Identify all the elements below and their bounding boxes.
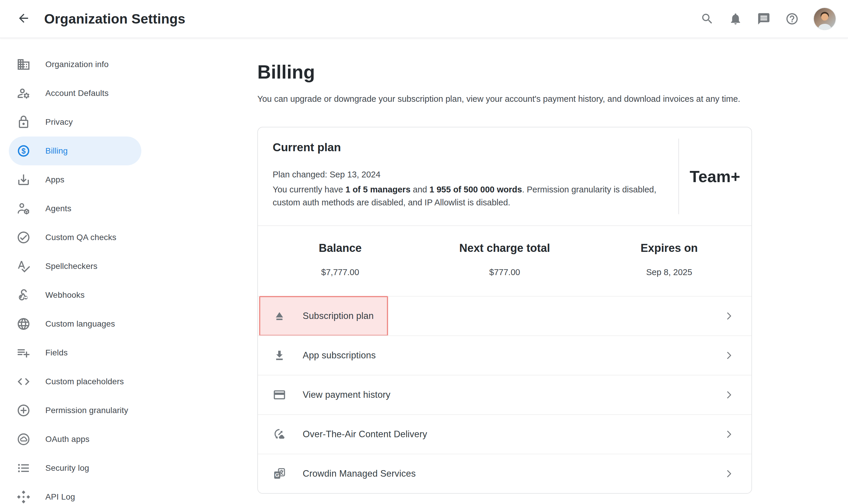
sidebar-item-label: Privacy [45,118,73,127]
diamonds-icon [17,490,31,504]
current-plan-heading: Current plan [273,141,665,154]
user-avatar[interactable] [813,7,836,30]
sidebar-item-label: Custom placeholders [45,377,124,386]
chevron-right-icon [723,349,735,361]
current-plan-section: Current plan Plan changed: Sep 13, 2024 … [258,127,751,226]
billing-row-label: View payment history [303,390,391,400]
svg-text:G: G [275,472,279,478]
settings-sidebar: Organization infoAccount DefaultsPrivacy… [0,38,150,504]
ota-sync-icon [273,428,286,441]
billing-row-app-subscriptions[interactable]: App subscriptions [258,336,751,375]
sidebar-item-label: Security log [45,463,89,473]
stat-next-charge: Next charge total $777.00 [422,242,587,277]
sidebar-item-privacy[interactable]: Privacy [9,108,141,137]
page-title: Billing [257,61,752,83]
sidebar-item-label: Agents [45,204,71,213]
billing-row-label: Over-The-Air Content Delivery [303,429,427,439]
chevron-right-icon [723,428,735,440]
download-tray-icon [17,173,31,187]
billing-row-over-the-air-content-delivery[interactable]: Over-The-Air Content Delivery [258,414,751,454]
sidebar-item-apps[interactable]: Apps [9,165,141,194]
user-gear-icon [17,86,31,100]
header-actions [700,7,836,30]
billing-page: Billing You can upgrade or downgrade you… [150,38,752,504]
sidebar-item-spellcheckers[interactable]: Spellcheckers [9,252,141,281]
sidebar-item-label: Webhooks [45,290,85,300]
sidebar-item-oauth-apps[interactable]: OAuth apps [9,425,141,454]
dollar-circle-icon: $ [17,144,31,158]
arrow-back-icon [17,12,30,26]
plan-changed-date: Plan changed: Sep 13, 2024 [273,170,665,179]
search-icon[interactable] [700,12,714,26]
billing-row-crowdin-managed-services[interactable]: GCrowdin Managed Services [258,454,751,493]
sidebar-item-label: Spellcheckers [45,262,98,271]
cloud-circle-icon [17,432,31,446]
sidebar-item-label: Fields [45,348,68,358]
sidebar-item-security-log[interactable]: Security log [9,454,141,483]
words-usage: 1 955 of 500 000 words [430,185,522,194]
managers-usage: 1 of 5 managers [345,185,411,194]
billing-row-label: Subscription plan [303,311,374,321]
billing-row-subscription-plan[interactable]: Subscription plan [258,296,751,336]
sidebar-item-label: OAuth apps [45,435,89,444]
billing-rows: Subscription planApp subscriptionsView p… [258,296,751,493]
sidebar-item-api-log[interactable]: API Log [9,483,141,504]
list-icon [17,461,31,475]
user-cube-icon [17,201,31,216]
notifications-icon[interactable] [728,12,743,26]
plan-name-badge: Team+ [690,167,740,186]
page-header-title: Organization Settings [44,11,186,27]
sidebar-item-custom-placeholders[interactable]: Custom placeholders [9,367,141,396]
sidebar-item-label: Permission granularity [45,406,128,415]
back-button[interactable] [15,11,32,27]
stat-expires-on: Expires on Sep 8, 2025 [587,242,751,277]
sidebar-item-billing[interactable]: $Billing [9,137,141,165]
sidebar-item-label: Billing [45,146,68,156]
lock-icon [17,115,31,129]
sidebar-item-label: Account Defaults [45,89,109,98]
sidebar-item-account-defaults[interactable]: Account Defaults [9,79,141,108]
billing-row-label: Crowdin Managed Services [303,468,416,479]
sidebar-item-fields[interactable]: Fields [9,338,141,367]
sidebar-item-organization-info[interactable]: Organization info [9,50,141,79]
spellcheck-icon [17,259,31,273]
help-icon[interactable] [785,12,799,26]
download-icon [273,349,286,362]
messages-icon[interactable] [757,12,771,26]
sidebar-item-webhooks[interactable]: Webhooks [9,281,141,309]
sidebar-item-custom-languages[interactable]: Custom languages [9,309,141,338]
plan-usage-summary: You currently have 1 of 5 managers and 1… [273,183,665,209]
app-header: Organization Settings [0,0,848,38]
sidebar-item-label: Custom QA checks [45,233,116,242]
sidebar-item-label: API Log [45,492,75,502]
building-icon [17,57,31,72]
check-circle-icon [17,230,31,245]
eject-icon [273,309,286,323]
stat-balance: Balance $7,777.00 [258,242,422,277]
billing-row-view-payment-history[interactable]: View payment history [258,375,751,414]
sidebar-item-permission-granularity[interactable]: Permission granularity [9,396,141,425]
sidebar-item-label: Apps [45,175,65,184]
sidebar-item-label: Organization info [45,60,109,69]
sidebar-item-custom-qa-checks[interactable]: Custom QA checks [9,223,141,252]
credit-card-icon [273,388,286,402]
playlist-add-icon [17,346,31,360]
chevron-right-icon [723,310,735,322]
chevron-right-icon [723,389,735,401]
code-icon [17,375,31,389]
billing-stats: Balance $7,777.00 Next charge total $777… [258,226,751,296]
billing-row-label: App subscriptions [303,350,376,361]
chevron-right-icon [723,468,735,480]
globe-icon [17,317,31,331]
svg-text:$: $ [21,147,25,155]
sidebar-item-agents[interactable]: Agents [9,194,141,223]
sidebar-item-label: Custom languages [45,319,115,329]
translate-icon: G [273,467,286,481]
page-description: You can upgrade or downgrade your subscr… [257,94,752,104]
billing-card: Current plan Plan changed: Sep 13, 2024 … [257,127,752,494]
webhook-icon [17,288,31,302]
plus-circle-icon [17,403,31,417]
